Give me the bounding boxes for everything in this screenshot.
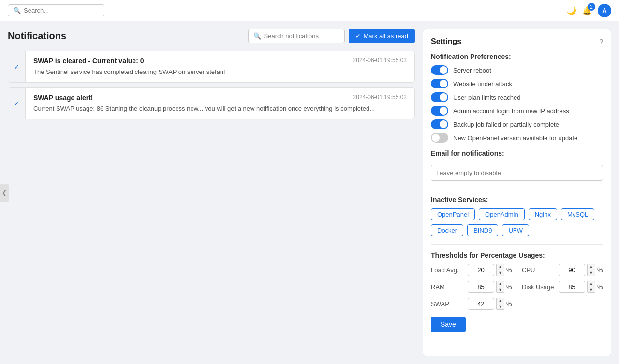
threshold-input-wrap: ▲ ▼ % — [559, 264, 603, 276]
notif-check-button[interactable]: ✓ — [8, 88, 26, 119]
threshold-row: Load Avg. ▲ ▼ % — [431, 264, 512, 276]
threshold-pct: % — [506, 283, 512, 291]
service-tag[interactable]: OpenPanel — [431, 208, 475, 220]
threshold-label: Disk Usage — [522, 283, 556, 291]
inactive-services-label: Inactive Services: — [431, 196, 603, 204]
notification-search-input[interactable] — [264, 32, 339, 40]
service-tag[interactable]: OpenAdmin — [479, 208, 525, 220]
page-title: Notifications — [8, 30, 66, 42]
global-search-box[interactable]: 🔍 — [8, 4, 104, 16]
notif-time: 2024-06-01 19:55:03 — [353, 57, 407, 64]
right-panel: Settings ? Notification Preferences: Ser… — [423, 29, 611, 356]
threshold-pct: % — [597, 283, 603, 291]
divider-1 — [431, 189, 603, 189]
toggle-row: Website under attack — [431, 79, 603, 88]
mark-all-read-label: Mark all as read — [364, 32, 408, 40]
service-tag[interactable]: BIND9 — [467, 224, 498, 236]
save-button[interactable]: Save — [431, 317, 466, 332]
toggle-switch[interactable] — [431, 92, 448, 102]
notif-message: Current SWAP usage: 86 Starting the clea… — [33, 104, 407, 113]
toggle-switch[interactable] — [431, 106, 448, 116]
toggle-row: User plan limits reached — [431, 92, 603, 102]
notif-message: The Sentinel service has completed clear… — [33, 68, 407, 76]
divider-2 — [431, 244, 603, 245]
spinner-down[interactable]: ▼ — [496, 287, 504, 293]
toggle-switch[interactable] — [431, 119, 448, 129]
email-input[interactable] — [431, 165, 603, 181]
toggle-row: New OpenPanel version available for upda… — [431, 133, 603, 143]
notifications-list: ✓ SWAP is cleared - Current value: 0 202… — [8, 51, 415, 124]
sidebar-collapse-handle[interactable]: ❮ — [0, 184, 9, 202]
threshold-grid: Load Avg. ▲ ▼ % CPU ▲ ▼ % RAM ▲ ▼ — [431, 264, 603, 310]
inactive-services-section: Inactive Services: OpenPanelOpenAdminNgi… — [431, 196, 603, 236]
notif-header: SWAP usage alert! 2024-06-01 19:55:02 — [33, 94, 407, 102]
notif-body: SWAP is cleared - Current value: 0 2024-… — [26, 51, 414, 82]
spinner-buttons: ▲ ▼ — [496, 264, 504, 276]
spinner-down[interactable]: ▼ — [587, 287, 595, 293]
spinner-up[interactable]: ▲ — [496, 264, 504, 270]
service-tag[interactable]: MySQL — [561, 208, 594, 220]
moon-icon[interactable]: 🌙 — [567, 6, 576, 15]
notification-icon[interactable]: 🔔 2 — [582, 6, 592, 15]
global-search-input[interactable] — [24, 7, 99, 14]
spinner-up[interactable]: ▲ — [496, 281, 504, 287]
spinner-up[interactable]: ▲ — [496, 298, 504, 304]
threshold-label: Load Avg. — [431, 266, 465, 274]
spinner-buttons: ▲ ▼ — [496, 281, 504, 293]
header-actions: 🔍 ✓ Mark all as read — [248, 29, 415, 43]
threshold-input-wrap: ▲ ▼ % — [559, 281, 603, 293]
spinner-down[interactable]: ▼ — [587, 270, 595, 276]
threshold-input[interactable] — [468, 281, 494, 293]
service-tag[interactable]: Nginx — [529, 208, 557, 220]
spinner-down[interactable]: ▼ — [496, 270, 504, 276]
toggle-list: Server reboot Website under attack User … — [431, 65, 603, 143]
toggle-switch[interactable] — [431, 65, 448, 75]
topbar: 🔍 🌙 🔔 2 A — [0, 0, 619, 21]
threshold-row: Disk Usage ▲ ▼ % — [522, 281, 603, 293]
spinner-buttons: ▲ ▼ — [587, 281, 595, 293]
service-tag[interactable]: UFW — [502, 224, 529, 236]
settings-header: Settings ? — [431, 37, 603, 46]
threshold-label: RAM — [431, 283, 465, 291]
service-tags: OpenPanelOpenAdminNginxMySQLDockerBIND9U… — [431, 208, 603, 236]
threshold-label: SWAP — [431, 300, 465, 307]
toggle-label: Backup job failed or partially complete — [453, 121, 559, 128]
left-panel: Notifications 🔍 ✓ Mark all as read ✓ SWA… — [8, 29, 415, 356]
threshold-row: SWAP ▲ ▼ % — [431, 298, 512, 310]
threshold-pct: % — [506, 300, 512, 307]
spinner-up[interactable]: ▲ — [587, 281, 595, 287]
toggle-label: Server reboot — [453, 67, 491, 74]
search-icon: 🔍 — [13, 7, 21, 14]
threshold-input[interactable] — [559, 264, 585, 276]
toggle-label: Website under attack — [453, 80, 512, 87]
toggle-label: Admin account login from new IP address — [453, 107, 569, 115]
threshold-input[interactable] — [559, 281, 585, 293]
threshold-label: CPU — [522, 266, 556, 274]
toggle-row: Backup job failed or partially complete — [431, 119, 603, 129]
spinner-up[interactable]: ▲ — [587, 264, 595, 270]
notification-card: ✓ SWAP usage alert! 2024-06-01 19:55:02 … — [8, 87, 415, 119]
spinner-down[interactable]: ▼ — [496, 304, 504, 310]
notif-time: 2024-06-01 19:55:02 — [353, 94, 407, 101]
toggle-switch[interactable] — [431, 133, 448, 143]
notif-prefs-label: Notification Preferences: — [431, 53, 603, 60]
topbar-icons: 🌙 🔔 2 A — [567, 4, 611, 17]
checkmark-icon: ✓ — [355, 32, 361, 40]
mark-all-read-button[interactable]: ✓ Mark all as read — [349, 29, 415, 43]
threshold-row: RAM ▲ ▼ % — [431, 281, 512, 293]
threshold-input-wrap: ▲ ▼ % — [468, 281, 512, 293]
threshold-input[interactable] — [468, 264, 494, 276]
avatar[interactable]: A — [598, 4, 611, 17]
threshold-pct: % — [506, 266, 512, 274]
threshold-input[interactable] — [468, 298, 494, 310]
service-tag[interactable]: Docker — [431, 224, 463, 236]
thresholds-label: Thresholds for Percentage Usages: — [431, 251, 603, 259]
help-icon[interactable]: ? — [599, 38, 603, 45]
spinner-buttons: ▲ ▼ — [587, 264, 595, 276]
thresholds-section: Thresholds for Percentage Usages: Load A… — [431, 251, 603, 310]
notification-badge: 2 — [588, 3, 595, 11]
toggle-switch[interactable] — [431, 79, 448, 88]
notification-search-box[interactable]: 🔍 — [248, 29, 345, 43]
notification-card: ✓ SWAP is cleared - Current value: 0 202… — [8, 51, 415, 83]
notif-check-button[interactable]: ✓ — [8, 51, 26, 82]
